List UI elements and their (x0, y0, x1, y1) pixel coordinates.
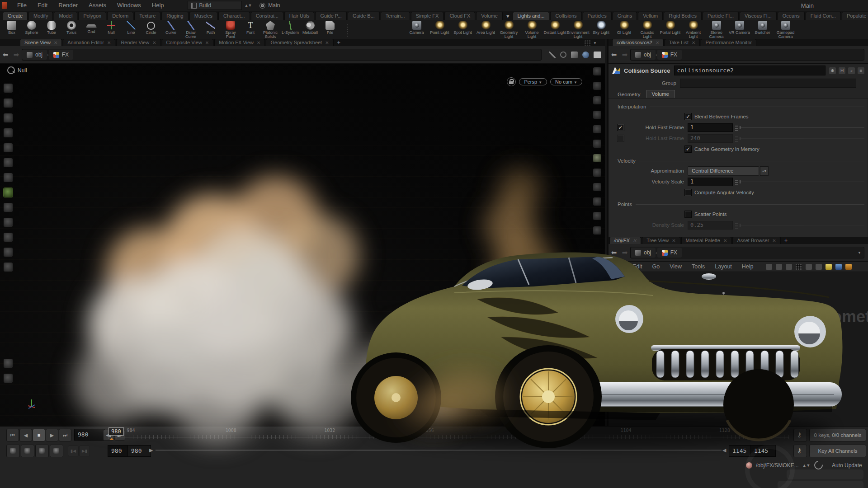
network-menu-item[interactable]: Layout (710, 263, 737, 270)
back-arrow-icon[interactable]: ⬅ (609, 50, 619, 59)
network-menu-item[interactable]: View (665, 263, 687, 270)
pane-tab[interactable]: Render View✕ (116, 39, 160, 46)
close-tab-icon[interactable]: ✕ (692, 39, 695, 46)
shelf-tool[interactable]: Path (201, 20, 221, 39)
shelf-tool[interactable]: Sphere (22, 20, 42, 39)
shelf-tool[interactable]: Curve (161, 20, 181, 39)
shelf-tool[interactable]: Caustic Light (636, 20, 659, 39)
sticky-note-icon[interactable] (826, 264, 832, 270)
shelf-tab[interactable]: Grains (613, 12, 637, 20)
active-tool-icon[interactable] (4, 188, 13, 197)
velocity-scale-field[interactable]: 1 (688, 178, 733, 186)
path-chip-obj[interactable]: obj (631, 248, 656, 258)
menu-icon[interactable]: ≡ (858, 67, 864, 74)
path-chip-fx[interactable]: FX (49, 50, 73, 60)
handles-tool-icon[interactable] (4, 158, 13, 167)
scoped-channels-icon[interactable] (793, 429, 807, 441)
hold-first-frame-checkbox[interactable] (617, 124, 624, 131)
follow-playhead-icon[interactable] (6, 445, 20, 457)
new-pane-tab-button[interactable]: + (782, 237, 791, 244)
network-canvas[interactable]: Edition Geometry blast5 not: 0-4 st3 ert… (609, 272, 868, 426)
group-field[interactable] (680, 79, 856, 88)
close-tab-icon[interactable]: ✕ (325, 39, 329, 46)
shelf-tab[interactable]: Simple FX (411, 12, 444, 20)
stow-bar-icon[interactable] (594, 52, 601, 58)
shelf-tab[interactable]: Model (54, 12, 77, 20)
shelf-tab[interactable]: Muscles (189, 12, 217, 20)
shelf-tool[interactable]: Stereo Camera (705, 20, 728, 39)
path-chevron-icon[interactable]: ▼ (858, 251, 861, 255)
close-tab-icon[interactable]: ✕ (205, 39, 209, 46)
camera-selector[interactable]: No cam ▼ (550, 78, 582, 85)
points-display-icon[interactable] (593, 140, 601, 148)
shelf-tool[interactable]: Area Light (474, 20, 497, 39)
asset-box-icon[interactable] (845, 264, 852, 270)
node-blast5[interactable] (712, 305, 736, 314)
shelf-tool[interactable]: Volume Light (520, 20, 543, 39)
shelf-tab[interactable]: Deform (107, 12, 133, 20)
path-chip-fx[interactable]: FX (657, 50, 682, 60)
key-icon[interactable] (793, 445, 807, 457)
shelf-tab[interactable]: Lights and... (513, 12, 550, 20)
param-path-field[interactable]: obj › FX (630, 49, 864, 61)
shelf-tab[interactable]: Oceans (778, 12, 805, 20)
shelf-tab[interactable]: Guide B... (348, 12, 380, 20)
sculpt-tool-icon[interactable] (4, 233, 13, 242)
value-ladder-icon[interactable] (735, 124, 738, 131)
key-all-channels-button[interactable]: Key All Channels (809, 445, 866, 457)
stop-button[interactable]: ■ (33, 429, 45, 441)
hold-first-frame-slider[interactable] (740, 127, 864, 128)
shelf-tool[interactable]: Null (101, 20, 121, 39)
pane-tab[interactable]: Geometry Spreadsheet✕ (266, 39, 333, 46)
shelf-tab[interactable]: Hair Utils (284, 12, 315, 20)
shelf-tool[interactable]: Environment Light (566, 20, 590, 39)
display-mode-icon[interactable] (593, 67, 601, 75)
close-tab-icon[interactable]: ✕ (107, 39, 111, 46)
shelf-tab[interactable]: Rigid Bodies (664, 12, 702, 20)
pane-tab[interactable]: Motion FX View✕ (214, 39, 265, 46)
shelf-tool[interactable]: Geometry Light (497, 20, 520, 39)
shelf-tool[interactable]: Line (121, 20, 141, 39)
grid-view-icon[interactable] (796, 264, 802, 270)
shelf-tab[interactable]: Texture (134, 12, 160, 20)
snapshot-icon[interactable] (560, 52, 566, 58)
compute-angular-velocity-checkbox[interactable] (684, 189, 692, 196)
refresh-icon[interactable] (812, 459, 825, 471)
network-menu-item[interactable]: Tools (687, 263, 710, 270)
shelf-tool[interactable]: Circle (141, 20, 161, 39)
keys-status-button[interactable]: 0 keys, 0/0 channels (809, 429, 866, 441)
divide-tool-icon[interactable] (4, 218, 13, 227)
tab-geometry[interactable]: Geometry (612, 91, 646, 98)
menu-item[interactable]: Help (146, 0, 170, 11)
pin-icon[interactable] (549, 52, 556, 58)
shelf-tool[interactable]: Portal Light (659, 20, 682, 39)
dropdown-chevron-icon[interactable]: ≡▾ (760, 166, 769, 176)
play-reverse-button[interactable]: ◀ (19, 429, 32, 441)
wireframe-icon[interactable] (593, 96, 601, 104)
prev-key-button[interactable]: ▮◀ (68, 446, 79, 456)
normals-icon[interactable] (593, 169, 601, 177)
network-menu-item[interactable]: Go (647, 263, 665, 270)
network-box-icon[interactable] (835, 264, 842, 270)
next-key-button[interactable]: ▶▮ (79, 446, 90, 456)
menu-item[interactable]: File (12, 0, 32, 11)
shelf-tab[interactable]: Populate C... (842, 12, 868, 20)
shelf-tab[interactable]: Particle Fl... (703, 12, 739, 20)
play-button[interactable]: ▶ (46, 429, 58, 441)
shelf-tab[interactable]: Viscous Fl... (740, 12, 777, 20)
pane-tab[interactable]: Animation Editor✕ (63, 39, 115, 46)
shelf-tool[interactable]: Spot Light (451, 20, 474, 39)
scene-path-field[interactable]: obj › FX (22, 49, 542, 61)
playhead[interactable]: 980 (108, 427, 124, 436)
shelf-tab[interactable]: Constrai... (251, 12, 283, 20)
blend-between-frames-checkbox[interactable] (684, 113, 692, 120)
shelf-tool[interactable]: Platonic Solids (260, 20, 280, 39)
forward-arrow-icon[interactable]: ➡ (619, 248, 630, 257)
shelf-tool[interactable]: Gamepad Camera (774, 20, 797, 39)
audio-icon[interactable] (21, 445, 34, 457)
shelf-tool[interactable]: Switcher (751, 20, 774, 39)
scatter-points-checkbox[interactable] (684, 211, 692, 218)
shelf-tool[interactable]: Camera (405, 20, 428, 39)
close-tab-icon[interactable]: ✕ (152, 39, 156, 46)
range-handle-left-icon[interactable]: ▶ (149, 447, 153, 453)
